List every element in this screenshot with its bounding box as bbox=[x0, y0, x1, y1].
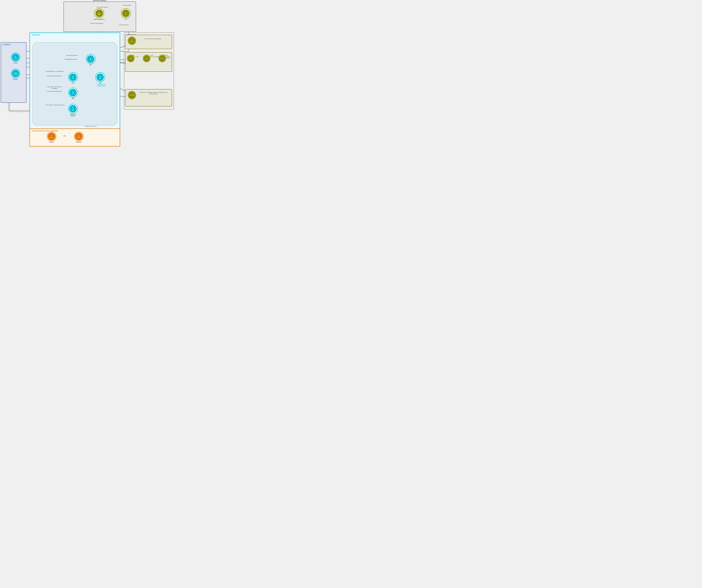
runtime-label: Runtime bbox=[47, 141, 56, 143]
share-jobs-annotation: Share Jobs & doc bbox=[118, 24, 130, 26]
artifact-repository-label: Artifact Repository bbox=[94, 19, 105, 20]
monitoring-icon: Monitor bbox=[158, 55, 166, 62]
runtime-icon: t Runtime bbox=[47, 132, 56, 141]
manages-sso-annotation: Manages SSO authentication bbox=[95, 84, 108, 87]
studio-icon: t Studio bbox=[11, 52, 20, 62]
deploy-launch-annotation: Deploy & launch Jobs bbox=[85, 126, 97, 127]
git-label: Git bbox=[121, 19, 131, 20]
clients-label: CLIENTS bbox=[3, 44, 10, 45]
mongodb-icon: MongoDB bbox=[128, 91, 136, 99]
iam-icon: t IAM bbox=[95, 72, 105, 82]
tdp-group: t TDP TDP bbox=[68, 72, 78, 84]
jobserver-icon: t JobSrv bbox=[74, 132, 84, 141]
repositories-label: REPOSITORIES bbox=[93, 0, 107, 1]
browser-label: Browser bbox=[11, 79, 20, 80]
execution-label: TALEND EXECUTION SERVERS bbox=[32, 130, 58, 132]
jobserver-group: t JobSrv JobServer bbox=[74, 132, 84, 143]
tds-label: TDS bbox=[68, 98, 78, 99]
add-remove-annotation: Add, remove or edit semantic types bbox=[44, 104, 66, 106]
admin-monitor-annotation: Administrate & monitor bbox=[62, 58, 80, 60]
audit-icon: Audit bbox=[143, 55, 150, 62]
mongodb-box: MongoDB Store tasks, campaigns, datasets… bbox=[125, 89, 172, 107]
git-group: t Git Git bbox=[121, 8, 131, 20]
admin-audit-monitoring-box: Admin Admin Store users, rights, roles..… bbox=[125, 52, 172, 72]
access-web-tdp-annotation: Access the Web application bbox=[45, 75, 64, 77]
send-artifacts-annotation: Send & request artifacts bbox=[89, 23, 104, 24]
dictionary-icon: t Dict.Svc bbox=[68, 104, 78, 114]
or-text: OR bbox=[64, 135, 66, 137]
studio-group: t Studio Studio bbox=[11, 52, 20, 63]
tdp-icon: t TDP bbox=[68, 72, 78, 82]
audit-group: Audit Audit Send Job metadata to Audit d… bbox=[143, 55, 160, 57]
monitoring-group: Monitor Monitoring Send data to Activity… bbox=[158, 55, 172, 58]
iam-label: IAM bbox=[95, 82, 105, 84]
tds-icon: t TDS bbox=[68, 88, 78, 98]
admin-group: Admin Admin Store users, rights, roles..… bbox=[127, 55, 139, 57]
jobserver-label: JobServer bbox=[74, 141, 84, 143]
tac-label: TAC bbox=[86, 64, 96, 65]
create-datasets-annotation: Create datasets, run preparations bbox=[44, 71, 64, 72]
runtime-group: t Runtime Runtime bbox=[47, 132, 56, 143]
tdp-label: TDP bbox=[68, 82, 78, 84]
diagram-container: REPOSITORIES t ArtifactRepo Artifact Rep… bbox=[0, 0, 176, 147]
dqmart-icon: t DQ Mart bbox=[128, 36, 136, 45]
iam-group: t IAM IAM bbox=[95, 72, 105, 84]
studio-label: Studio bbox=[11, 62, 20, 63]
artifact-repository-icon: t ArtifactRepo bbox=[94, 8, 104, 18]
store-metadata-annotation: Store metadata bbox=[121, 5, 133, 6]
browser-icon: www. Browser bbox=[11, 69, 20, 78]
artifact-repository-group: t ArtifactRepo Artifact Repository bbox=[94, 8, 105, 20]
tac-group: t TAC TAC bbox=[86, 54, 96, 65]
dictionary-label: DictionaryService bbox=[68, 114, 78, 117]
access-web-tds-annotation: Access the Web application bbox=[45, 91, 64, 92]
servers-label: SERVERS bbox=[32, 34, 40, 36]
admin-icon: Admin bbox=[127, 55, 134, 62]
browser-group: www. Browser Browser bbox=[11, 69, 20, 80]
check-auth-annotation: Check authorizations bbox=[64, 55, 80, 56]
git-icon: t Git bbox=[121, 8, 131, 18]
load-tasks-annotation: Load, read or edit tasks into campaigns bbox=[44, 86, 64, 89]
dictionary-group: t Dict.Svc DictionaryService bbox=[68, 104, 78, 117]
dqmart-description: Collect and govern data quality bbox=[137, 38, 168, 39]
dqmart-box: t DQ Mart Collect and govern data qualit… bbox=[125, 35, 172, 49]
mongodb-description: Store tasks, campaigns, datasets, prepar… bbox=[137, 92, 169, 95]
tac-icon: t TAC bbox=[86, 54, 96, 64]
tds-group: t TDS TDS bbox=[68, 88, 78, 99]
get-software-annotation: Get software updates bbox=[93, 6, 111, 8]
